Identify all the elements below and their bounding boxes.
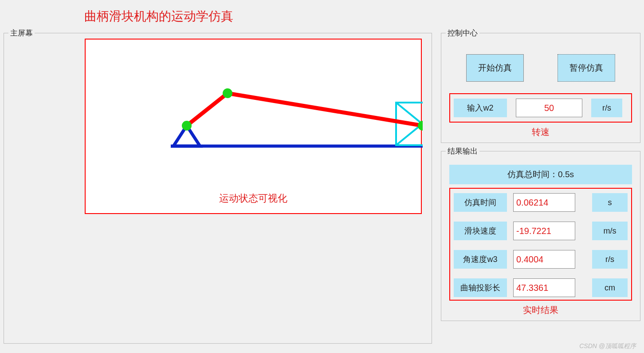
result-row-crank-proj: 曲轴投影长 cm [454, 278, 628, 297]
crank-link [187, 93, 228, 126]
main-screen-legend: 主屏幕 [8, 28, 35, 38]
control-center-group: 控制中心 开始仿真 暂停仿真 输入w2 r/s 转速 [441, 33, 640, 143]
app-title: 曲柄滑块机构的运动学仿真 [84, 9, 233, 23]
results-legend: 结果输出 [446, 146, 479, 156]
crank-proj-unit: cm [592, 278, 628, 297]
slider-joint-icon [418, 121, 423, 131]
sim-time-unit: s [592, 193, 628, 212]
w3-label: 角速度w3 [454, 250, 507, 269]
total-time-label: 仿真总时间：0.5s [449, 165, 632, 184]
rpm-input-group: 输入w2 r/s [449, 93, 632, 123]
w3-value[interactable] [513, 250, 575, 269]
w2-unit-label: r/s [591, 99, 622, 117]
w2-input-label: 输入w2 [454, 99, 507, 117]
results-caption: 实时结果 [447, 304, 635, 316]
results-box: 仿真时间 s 滑块速度 m/s 角速度w3 r/s 曲轴投影长 [449, 188, 632, 301]
slider-vel-label: 滑块速度 [454, 222, 507, 240]
slider-vel-unit: m/s [592, 222, 628, 240]
slider-vel-value[interactable] [513, 222, 575, 240]
mechanism-svg [86, 40, 423, 215]
connecting-rod [228, 93, 423, 126]
rpm-caption: 转速 [447, 126, 635, 138]
sim-time-value[interactable] [513, 193, 575, 212]
w2-input[interactable] [516, 99, 582, 117]
results-group: 结果输出 仿真总时间：0.5s 仿真时间 s 滑块速度 m/s 角速度w3 r/… [441, 151, 640, 321]
crank-proj-label: 曲轴投影长 [454, 278, 507, 297]
result-row-slider-vel: 滑块速度 m/s [454, 222, 628, 240]
start-simulation-button[interactable]: 开始仿真 [466, 54, 524, 82]
control-center-legend: 控制中心 [446, 28, 479, 38]
pause-simulation-button[interactable]: 暂停仿真 [558, 54, 615, 82]
crank-proj-value[interactable] [513, 278, 575, 297]
watermark: CSDN @顶呱呱程序 [579, 342, 636, 350]
ground-joint-icon [182, 121, 192, 131]
result-row-sim-time: 仿真时间 s [454, 193, 628, 212]
result-row-w3: 角速度w3 r/s [454, 250, 628, 269]
main-screen-group: 主屏幕 运动状态可视化 [4, 33, 432, 344]
canvas-caption: 运动状态可视化 [219, 192, 287, 205]
crank-tip-joint-icon [223, 88, 232, 98]
w3-unit: r/s [592, 250, 628, 269]
simulation-canvas: 运动状态可视化 [85, 39, 422, 214]
sim-time-label: 仿真时间 [454, 193, 507, 212]
